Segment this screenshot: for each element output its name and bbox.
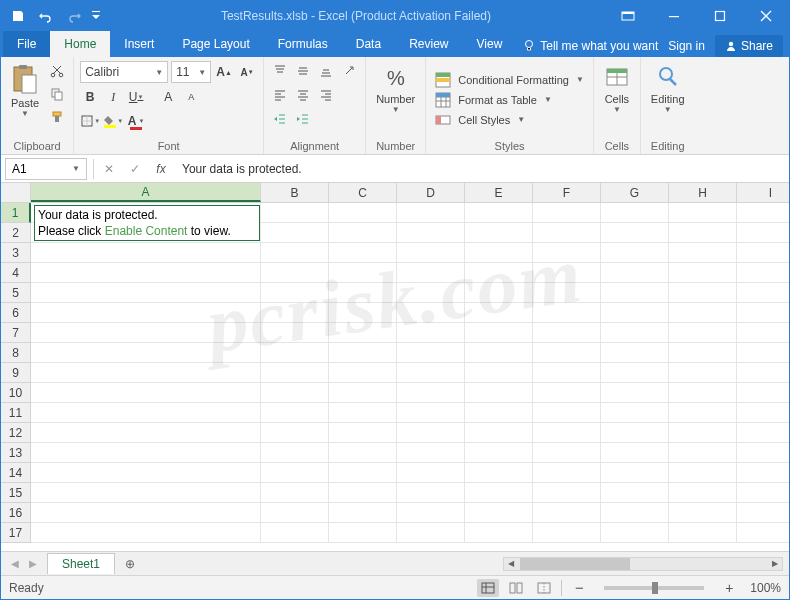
cell-G4[interactable] (601, 263, 669, 283)
horizontal-scrollbar[interactable]: ◀ ▶ (503, 557, 783, 571)
cell-E6[interactable] (465, 303, 533, 323)
cell-H8[interactable] (669, 343, 737, 363)
align-middle-icon[interactable] (293, 61, 313, 81)
align-right-icon[interactable] (316, 85, 336, 105)
cell-E2[interactable] (465, 223, 533, 243)
qat-customize-icon[interactable] (89, 2, 103, 30)
row-header-15[interactable]: 15 (1, 483, 31, 503)
cell-D15[interactable] (397, 483, 465, 503)
align-bottom-icon[interactable] (316, 61, 336, 81)
cell-D6[interactable] (397, 303, 465, 323)
cell-D12[interactable] (397, 423, 465, 443)
cell-A10[interactable] (31, 383, 261, 403)
cell-E10[interactable] (465, 383, 533, 403)
cell-E11[interactable] (465, 403, 533, 423)
cell-H14[interactable] (669, 463, 737, 483)
cell-H7[interactable] (669, 323, 737, 343)
cell-F3[interactable] (533, 243, 601, 263)
cell-D11[interactable] (397, 403, 465, 423)
row-header-12[interactable]: 12 (1, 423, 31, 443)
normal-view-icon[interactable] (477, 579, 499, 597)
cell-E13[interactable] (465, 443, 533, 463)
cell-E1[interactable] (465, 203, 533, 223)
cell-D2[interactable] (397, 223, 465, 243)
row-header-10[interactable]: 10 (1, 383, 31, 403)
cells-button[interactable]: Cells ▼ (600, 61, 634, 116)
cell-F7[interactable] (533, 323, 601, 343)
cell-E15[interactable] (465, 483, 533, 503)
cell-G8[interactable] (601, 343, 669, 363)
cell-F8[interactable] (533, 343, 601, 363)
cell-A3[interactable] (31, 243, 261, 263)
cell-F15[interactable] (533, 483, 601, 503)
cell-B13[interactable] (261, 443, 329, 463)
row-header-17[interactable]: 17 (1, 523, 31, 543)
cell-B8[interactable] (261, 343, 329, 363)
cell-I9[interactable] (737, 363, 789, 383)
cell-H4[interactable] (669, 263, 737, 283)
cell-I5[interactable] (737, 283, 789, 303)
signin-link[interactable]: Sign in (668, 39, 705, 53)
tab-data[interactable]: Data (342, 31, 395, 57)
cell-I8[interactable] (737, 343, 789, 363)
cell-I1[interactable] (737, 203, 789, 223)
font-color-button[interactable]: A▼ (126, 111, 146, 131)
cell-F10[interactable] (533, 383, 601, 403)
row-header-13[interactable]: 13 (1, 443, 31, 463)
cell-C10[interactable] (329, 383, 397, 403)
cell-B10[interactable] (261, 383, 329, 403)
save-icon[interactable] (5, 2, 31, 30)
cell-A4[interactable] (31, 263, 261, 283)
cell-D9[interactable] (397, 363, 465, 383)
cell-D8[interactable] (397, 343, 465, 363)
column-header-F[interactable]: F (533, 183, 601, 202)
row-header-16[interactable]: 16 (1, 503, 31, 523)
cell-G1[interactable] (601, 203, 669, 223)
column-header-E[interactable]: E (465, 183, 533, 202)
cell-H11[interactable] (669, 403, 737, 423)
undo-icon[interactable] (33, 2, 59, 30)
cell-F2[interactable] (533, 223, 601, 243)
row-header-5[interactable]: 5 (1, 283, 31, 303)
cell-F6[interactable] (533, 303, 601, 323)
cell-G2[interactable] (601, 223, 669, 243)
row-header-3[interactable]: 3 (1, 243, 31, 263)
cell-G15[interactable] (601, 483, 669, 503)
cell-B2[interactable] (261, 223, 329, 243)
cell-I4[interactable] (737, 263, 789, 283)
cell-I17[interactable] (737, 523, 789, 543)
copy-icon[interactable] (47, 84, 67, 104)
cell-I6[interactable] (737, 303, 789, 323)
cell-F4[interactable] (533, 263, 601, 283)
cell-H3[interactable] (669, 243, 737, 263)
column-header-D[interactable]: D (397, 183, 465, 202)
close-button[interactable] (743, 1, 789, 31)
cell-G6[interactable] (601, 303, 669, 323)
cell-A8[interactable] (31, 343, 261, 363)
row-header-8[interactable]: 8 (1, 343, 31, 363)
cell-A14[interactable] (31, 463, 261, 483)
cell-B6[interactable] (261, 303, 329, 323)
minimize-button[interactable] (651, 1, 697, 31)
cell-D1[interactable] (397, 203, 465, 223)
cell-E3[interactable] (465, 243, 533, 263)
cell-G13[interactable] (601, 443, 669, 463)
cell-C8[interactable] (329, 343, 397, 363)
share-button[interactable]: Share (715, 35, 783, 57)
scroll-left-icon[interactable]: ◀ (504, 558, 518, 570)
cell-H16[interactable] (669, 503, 737, 523)
cell-B7[interactable] (261, 323, 329, 343)
tab-view[interactable]: View (463, 31, 517, 57)
cell-E9[interactable] (465, 363, 533, 383)
cell-F13[interactable] (533, 443, 601, 463)
cell-D5[interactable] (397, 283, 465, 303)
column-header-I[interactable]: I (737, 183, 789, 202)
cell-A11[interactable] (31, 403, 261, 423)
editing-button[interactable]: Editing ▼ (647, 61, 689, 116)
row-header-11[interactable]: 11 (1, 403, 31, 423)
borders-button[interactable]: ▼ (80, 111, 100, 131)
cell-H9[interactable] (669, 363, 737, 383)
shrink-font-icon[interactable]: A▼ (237, 62, 257, 82)
cell-H13[interactable] (669, 443, 737, 463)
cell-D13[interactable] (397, 443, 465, 463)
